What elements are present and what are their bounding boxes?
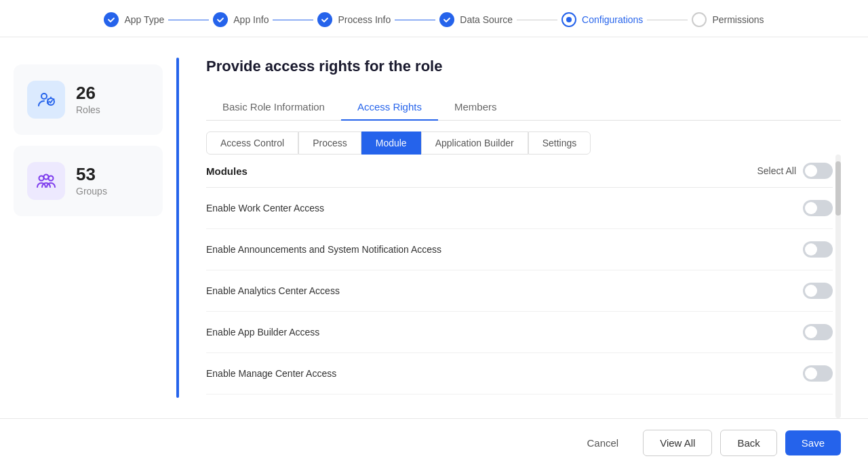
scrollbar-thumb[interactable] xyxy=(835,161,841,216)
subtab-process[interactable]: Process xyxy=(298,131,361,155)
svg-point-4 xyxy=(49,176,54,181)
groups-count: 53 xyxy=(76,165,107,183)
modules-title: Modules xyxy=(206,165,248,177)
analytics-toggle[interactable] xyxy=(803,283,833,299)
roles-card: 26 Roles xyxy=(14,64,163,135)
work-center-toggle[interactable] xyxy=(803,200,833,216)
subtab-module[interactable]: Module xyxy=(361,131,421,155)
subtab-access-control[interactable]: Access Control xyxy=(206,131,298,155)
roles-count: 26 xyxy=(76,84,100,102)
step-permissions[interactable]: Permissions xyxy=(692,12,764,27)
scrollbar-track[interactable] xyxy=(835,155,841,418)
announcements-toggle[interactable] xyxy=(803,241,833,258)
announcements-label: Enable Announcements and System Notifica… xyxy=(206,244,441,255)
app-builder-label: Enable App Builder Access xyxy=(206,327,319,338)
module-header-right: Select All xyxy=(757,163,833,179)
step-circle-app-type xyxy=(104,12,119,27)
svg-point-2 xyxy=(39,176,44,181)
module-row-manage-center: Enable Manage Center Access xyxy=(206,353,833,394)
step-app-info[interactable]: App Info xyxy=(213,12,269,27)
svg-point-0 xyxy=(41,94,47,99)
tab-basic-role[interactable]: Basic Role Information xyxy=(206,94,341,121)
step-process-info[interactable]: Process Info xyxy=(317,12,391,27)
page-title: Provide access rights for the role xyxy=(206,58,841,75)
step-circle-process-info xyxy=(317,12,332,27)
step-line-3 xyxy=(395,20,435,20)
analytics-label: Enable Analytics Center Access xyxy=(206,285,340,296)
module-panel: Modules Select All Enable Work Center Ac… xyxy=(206,155,841,418)
step-line-4 xyxy=(517,20,557,20)
main-tabs: Basic Role Information Access Rights Mem… xyxy=(206,94,841,121)
step-line-2 xyxy=(273,20,313,20)
footer: Cancel View All Back Save xyxy=(0,418,868,467)
groups-label: Groups xyxy=(76,186,107,197)
stepper: App Type App Info Process Info Data Sour… xyxy=(0,0,868,37)
step-data-source[interactable]: Data Source xyxy=(439,12,513,27)
module-row-app-builder: Enable App Builder Access xyxy=(206,312,833,353)
step-label-data-source: Data Source xyxy=(460,14,513,25)
manage-center-toggle[interactable] xyxy=(803,365,833,382)
module-panel-inner: Modules Select All Enable Work Center Ac… xyxy=(206,155,833,418)
right-content: Provide access rights for the role Basic… xyxy=(179,37,868,418)
step-configurations[interactable]: Configurations xyxy=(561,12,643,27)
step-label-app-info: App Info xyxy=(233,14,269,25)
module-row-analytics: Enable Analytics Center Access xyxy=(206,270,833,312)
select-all-label: Select All xyxy=(757,165,796,176)
module-row-announcements: Enable Announcements and System Notifica… xyxy=(206,229,833,270)
step-label-app-type: App Type xyxy=(124,14,164,25)
step-circle-data-source xyxy=(439,12,454,27)
sub-tabs: Access Control Process Module Applicatio… xyxy=(206,131,841,155)
subtab-app-builder[interactable]: Application Builder xyxy=(421,131,528,155)
groups-info: 53 Groups xyxy=(76,165,107,197)
sidebar: 26 Roles 53 Groups xyxy=(0,37,176,418)
step-label-permissions: Permissions xyxy=(712,14,764,25)
tab-access-rights[interactable]: Access Rights xyxy=(341,94,438,121)
tab-members[interactable]: Members xyxy=(438,94,513,121)
step-line-5 xyxy=(647,20,688,20)
view-all-button[interactable]: View All xyxy=(643,430,712,456)
cancel-button[interactable]: Cancel xyxy=(570,430,635,455)
svg-point-3 xyxy=(44,175,49,180)
roles-info: 26 Roles xyxy=(76,84,100,115)
manage-center-label: Enable Manage Center Access xyxy=(206,368,336,379)
step-circle-configurations xyxy=(561,12,576,27)
roles-icon-box xyxy=(27,81,65,119)
step-label-configurations: Configurations xyxy=(582,14,643,25)
module-header: Modules Select All xyxy=(206,155,833,188)
save-button[interactable]: Save xyxy=(785,430,841,455)
groups-icon-box xyxy=(27,162,65,200)
module-row-work-center: Enable Work Center Access xyxy=(206,188,833,229)
groups-card: 53 Groups xyxy=(14,146,163,216)
step-app-type[interactable]: App Type xyxy=(104,12,164,27)
app-builder-toggle[interactable] xyxy=(803,324,833,340)
step-line-1 xyxy=(168,20,209,20)
step-label-process-info: Process Info xyxy=(338,14,391,25)
step-circle-app-info xyxy=(213,12,228,27)
select-all-toggle[interactable] xyxy=(803,163,833,179)
work-center-label: Enable Work Center Access xyxy=(206,203,324,214)
main-content: 26 Roles 53 Groups P xyxy=(0,37,868,418)
back-button[interactable]: Back xyxy=(720,430,776,456)
subtab-settings[interactable]: Settings xyxy=(528,131,591,155)
step-circle-permissions xyxy=(692,12,707,27)
roles-label: Roles xyxy=(76,104,100,115)
